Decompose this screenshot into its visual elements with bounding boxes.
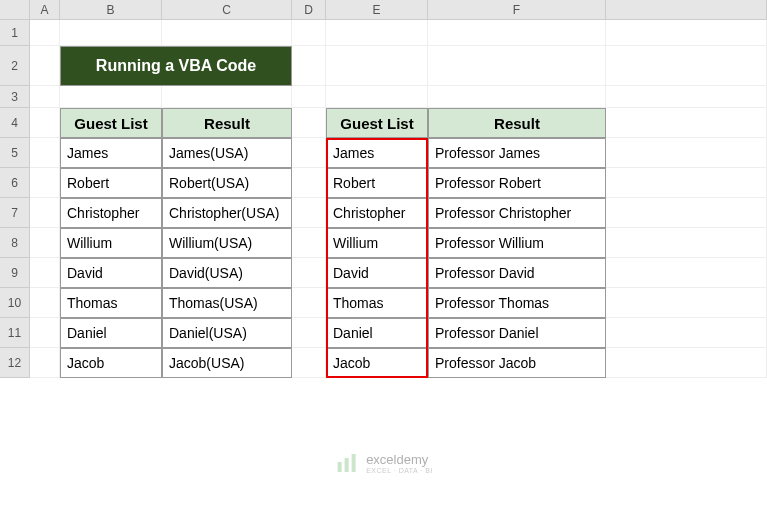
table1-guest[interactable]: Thomas [60, 288, 162, 318]
table2-guest[interactable]: David [326, 258, 428, 288]
cell[interactable] [292, 46, 326, 86]
table1-result[interactable]: Daniel(USA) [162, 318, 292, 348]
cell[interactable] [326, 86, 428, 108]
table1-guest[interactable]: James [60, 138, 162, 168]
cell[interactable] [326, 46, 428, 86]
cell[interactable] [162, 20, 292, 46]
cell[interactable] [326, 20, 428, 46]
cell[interactable] [292, 20, 326, 46]
table1-result[interactable]: Christopher(USA) [162, 198, 292, 228]
table1-guest[interactable]: Jacob [60, 348, 162, 378]
cell[interactable] [30, 258, 60, 288]
table2-guest[interactable]: James [326, 138, 428, 168]
cell[interactable] [606, 168, 767, 198]
cell[interactable] [30, 348, 60, 378]
row-header-1[interactable]: 1 [0, 20, 30, 46]
table1-result[interactable]: Willium(USA) [162, 228, 292, 258]
col-header-B[interactable]: B [60, 0, 162, 20]
cell[interactable] [606, 20, 767, 46]
cell[interactable] [606, 228, 767, 258]
cell[interactable] [292, 198, 326, 228]
table2-result[interactable]: Professor Thomas [428, 288, 606, 318]
table1-guest[interactable]: Daniel [60, 318, 162, 348]
cell[interactable] [606, 108, 767, 138]
row-header-8[interactable]: 8 [0, 228, 30, 258]
cell[interactable] [606, 86, 767, 108]
cell[interactable] [606, 318, 767, 348]
table1-result[interactable]: Thomas(USA) [162, 288, 292, 318]
table2-guest[interactable]: Daniel [326, 318, 428, 348]
cell[interactable] [30, 86, 60, 108]
row-header-5[interactable]: 5 [0, 138, 30, 168]
table1-result[interactable]: James(USA) [162, 138, 292, 168]
row-header-7[interactable]: 7 [0, 198, 30, 228]
col-header-extra[interactable] [606, 0, 767, 20]
table1-result[interactable]: Jacob(USA) [162, 348, 292, 378]
table2-result[interactable]: Professor David [428, 258, 606, 288]
cell[interactable] [292, 348, 326, 378]
col-header-D[interactable]: D [292, 0, 326, 20]
cell[interactable] [60, 86, 162, 108]
cell[interactable] [292, 258, 326, 288]
col-header-A[interactable]: A [30, 0, 60, 20]
table2-result[interactable]: Professor Christopher [428, 198, 606, 228]
row-header-10[interactable]: 10 [0, 288, 30, 318]
cell[interactable] [606, 46, 767, 86]
table1-guest[interactable]: Robert [60, 168, 162, 198]
cell[interactable] [162, 86, 292, 108]
table2-header-result[interactable]: Result [428, 108, 606, 138]
table2-header-guest[interactable]: Guest List [326, 108, 428, 138]
row-header-12[interactable]: 12 [0, 348, 30, 378]
cell[interactable] [292, 288, 326, 318]
row-header-3[interactable]: 3 [0, 86, 30, 108]
cell[interactable] [60, 20, 162, 46]
table1-result[interactable]: David(USA) [162, 258, 292, 288]
col-header-F[interactable]: F [428, 0, 606, 20]
row-header-11[interactable]: 11 [0, 318, 30, 348]
table1-header-guest[interactable]: Guest List [60, 108, 162, 138]
cell[interactable] [30, 228, 60, 258]
table2-result[interactable]: Professor Daniel [428, 318, 606, 348]
col-header-C[interactable]: C [162, 0, 292, 20]
cell[interactable] [30, 108, 60, 138]
cell[interactable] [292, 168, 326, 198]
cell[interactable] [292, 138, 326, 168]
cell[interactable] [292, 86, 326, 108]
cell[interactable] [30, 168, 60, 198]
table1-result[interactable]: Robert(USA) [162, 168, 292, 198]
cell[interactable] [606, 288, 767, 318]
cell[interactable] [606, 348, 767, 378]
cell[interactable] [428, 46, 606, 86]
cell[interactable] [428, 86, 606, 108]
table2-guest[interactable]: Robert [326, 168, 428, 198]
cell[interactable] [606, 198, 767, 228]
col-header-E[interactable]: E [326, 0, 428, 20]
cell[interactable] [30, 138, 60, 168]
row-header-2[interactable]: 2 [0, 46, 30, 86]
title-cell[interactable]: Running a VBA Code [60, 46, 292, 86]
table2-guest[interactable]: Jacob [326, 348, 428, 378]
cell[interactable] [606, 138, 767, 168]
table2-guest[interactable]: Christopher [326, 198, 428, 228]
cell[interactable] [292, 318, 326, 348]
cell[interactable] [606, 258, 767, 288]
cell[interactable] [428, 20, 606, 46]
table1-header-result[interactable]: Result [162, 108, 292, 138]
row-header-9[interactable]: 9 [0, 258, 30, 288]
cell[interactable] [30, 20, 60, 46]
table1-guest[interactable]: Willium [60, 228, 162, 258]
cell[interactable] [30, 46, 60, 86]
table2-result[interactable]: Professor Jacob [428, 348, 606, 378]
select-all-corner[interactable] [0, 0, 30, 20]
table2-result[interactable]: Professor Willium [428, 228, 606, 258]
cell[interactable] [30, 318, 60, 348]
table1-guest[interactable]: David [60, 258, 162, 288]
row-header-4[interactable]: 4 [0, 108, 30, 138]
table2-result[interactable]: Professor Robert [428, 168, 606, 198]
row-header-6[interactable]: 6 [0, 168, 30, 198]
table1-guest[interactable]: Christopher [60, 198, 162, 228]
table2-result[interactable]: Professor James [428, 138, 606, 168]
table2-guest[interactable]: Willium [326, 228, 428, 258]
cell[interactable] [292, 108, 326, 138]
cell[interactable] [30, 288, 60, 318]
